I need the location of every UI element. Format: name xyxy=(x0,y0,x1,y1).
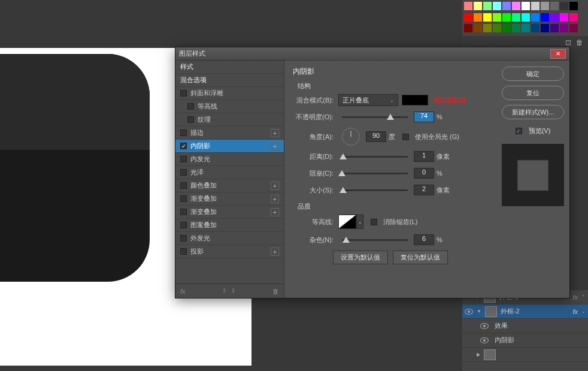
add-effect-icon[interactable]: + xyxy=(271,129,279,137)
swatch[interactable] xyxy=(531,2,539,10)
swatch[interactable] xyxy=(512,24,520,32)
swatch[interactable] xyxy=(569,2,578,10)
fx-checkbox[interactable] xyxy=(180,129,187,136)
delete-swatch-icon[interactable]: 🗑 xyxy=(576,38,583,47)
swatch[interactable] xyxy=(560,24,568,32)
fx-checkbox[interactable] xyxy=(180,90,187,96)
fx-checkbox[interactable] xyxy=(187,116,194,123)
noise-input[interactable]: 6 xyxy=(414,234,434,245)
dialog-titlebar[interactable]: 图层样式 ✕ xyxy=(175,47,569,61)
fx-checkbox[interactable] xyxy=(187,103,194,110)
fx-item-5[interactable]: 描边+ xyxy=(175,126,284,140)
fx-item-14[interactable]: 投影+ xyxy=(175,245,284,258)
swatch[interactable] xyxy=(550,13,559,22)
fx-checkbox[interactable] xyxy=(180,235,187,242)
layer-row[interactable]: ▶ xyxy=(462,348,588,362)
swatch[interactable] xyxy=(483,24,492,32)
reset-defaults-button[interactable]: 复位为默认值 xyxy=(393,251,448,264)
global-light-checkbox[interactable] xyxy=(402,134,409,140)
swatch[interactable] xyxy=(541,24,549,32)
new-swatch-icon[interactable]: ⊡ xyxy=(565,38,571,47)
swatch[interactable] xyxy=(464,24,472,32)
size-input[interactable]: 2 xyxy=(414,185,434,195)
fx-item-9[interactable]: 颜色叠加+ xyxy=(175,179,284,192)
new-style-button[interactable]: 新建样式(W)... xyxy=(502,105,564,119)
chevron-down-icon[interactable]: ⌄ xyxy=(581,309,586,314)
fx-item-6[interactable]: 内阴影+ xyxy=(175,140,284,153)
swatch[interactable] xyxy=(512,2,520,10)
fx-menu-icon[interactable]: fx xyxy=(180,288,186,295)
swatch[interactable] xyxy=(474,2,482,10)
reset-button[interactable]: 复位 xyxy=(502,86,564,100)
add-effect-icon[interactable]: + xyxy=(271,195,279,203)
swatch[interactable] xyxy=(502,2,511,10)
swatch[interactable] xyxy=(502,13,511,22)
swatch[interactable] xyxy=(493,13,501,22)
swatch[interactable] xyxy=(522,13,530,22)
fx-item-3[interactable]: 等高线 xyxy=(175,100,284,113)
preview-checkbox[interactable] xyxy=(516,128,522,134)
fx-checkbox[interactable] xyxy=(180,195,187,202)
chevron-right-icon[interactable]: ▶ xyxy=(477,352,480,357)
swatch[interactable] xyxy=(483,2,492,10)
fx-checkbox[interactable] xyxy=(180,182,187,189)
opacity-input[interactable]: 74 xyxy=(414,111,434,122)
ok-button[interactable]: 确定 xyxy=(502,67,564,81)
delete-effect-icon[interactable]: 🗑 xyxy=(272,288,279,295)
move-down-icon[interactable]: ⬇ xyxy=(231,287,236,295)
add-effect-icon[interactable]: + xyxy=(271,248,279,256)
opacity-slider[interactable] xyxy=(342,116,408,118)
fx-item-2[interactable]: 斜面和浮雕 xyxy=(175,87,284,100)
swatch[interactable] xyxy=(522,2,530,10)
swatch[interactable] xyxy=(550,24,559,32)
angle-dial[interactable] xyxy=(342,128,360,146)
fx-item-12[interactable]: 图案叠加 xyxy=(175,219,284,232)
swatch[interactable] xyxy=(464,13,472,22)
swatch[interactable] xyxy=(560,2,568,10)
fx-item-10[interactable]: 渐变叠加+ xyxy=(175,192,284,206)
chevron-down-icon[interactable]: ⌃ xyxy=(581,294,586,300)
swatch[interactable] xyxy=(550,2,559,10)
distance-slider[interactable] xyxy=(342,156,408,158)
swatch[interactable] xyxy=(569,24,578,32)
noise-slider[interactable] xyxy=(342,239,408,241)
fx-item-7[interactable]: 内发光 xyxy=(175,153,284,166)
layer-row-selected[interactable]: ▼ 外框-2 fx ⌄ xyxy=(462,304,588,319)
eye-icon[interactable] xyxy=(480,323,489,329)
fx-checkbox[interactable] xyxy=(180,156,187,162)
size-slider[interactable] xyxy=(342,189,408,191)
swatch[interactable] xyxy=(474,13,482,22)
swatch[interactable] xyxy=(541,2,549,10)
fx-checkbox[interactable] xyxy=(180,209,187,215)
fx-item-1[interactable]: 混合选项 xyxy=(175,74,284,87)
add-effect-icon[interactable]: + xyxy=(271,182,279,190)
fx-checkbox[interactable] xyxy=(180,169,187,176)
swatch[interactable] xyxy=(493,24,501,32)
swatch[interactable] xyxy=(569,13,578,22)
fx-checkbox[interactable] xyxy=(180,143,187,149)
chevron-down-icon[interactable]: ▼ xyxy=(477,309,481,314)
move-up-icon[interactable]: ⬆ xyxy=(222,287,227,295)
swatch[interactable] xyxy=(522,24,530,32)
set-defaults-button[interactable]: 设置为默认值 xyxy=(333,251,388,264)
swatch[interactable] xyxy=(483,13,492,22)
swatch[interactable] xyxy=(474,24,482,32)
close-button[interactable]: ✕ xyxy=(550,49,566,59)
swatch[interactable] xyxy=(502,24,511,32)
blend-mode-dropdown[interactable]: 正片叠底 ⌄ xyxy=(338,94,398,106)
fx-item-0[interactable]: 样式 xyxy=(175,61,284,74)
swatch[interactable] xyxy=(493,2,501,10)
antialias-checkbox[interactable] xyxy=(371,219,377,225)
fx-item-13[interactable]: 外发光 xyxy=(175,232,284,245)
layer-effects-row[interactable]: 效果 xyxy=(462,319,588,333)
add-effect-icon[interactable]: + xyxy=(271,142,279,150)
swatch[interactable] xyxy=(531,13,539,22)
contour-picker[interactable] xyxy=(338,215,356,229)
fx-item-4[interactable]: 纹理 xyxy=(175,113,284,126)
eye-icon[interactable] xyxy=(480,337,489,343)
swatch[interactable] xyxy=(541,13,549,22)
choke-input[interactable]: 0 xyxy=(414,168,434,179)
layer-effect-item[interactable]: 内阴影 xyxy=(462,333,588,348)
fx-checkbox[interactable] xyxy=(180,222,187,228)
swatch[interactable] xyxy=(560,13,568,22)
